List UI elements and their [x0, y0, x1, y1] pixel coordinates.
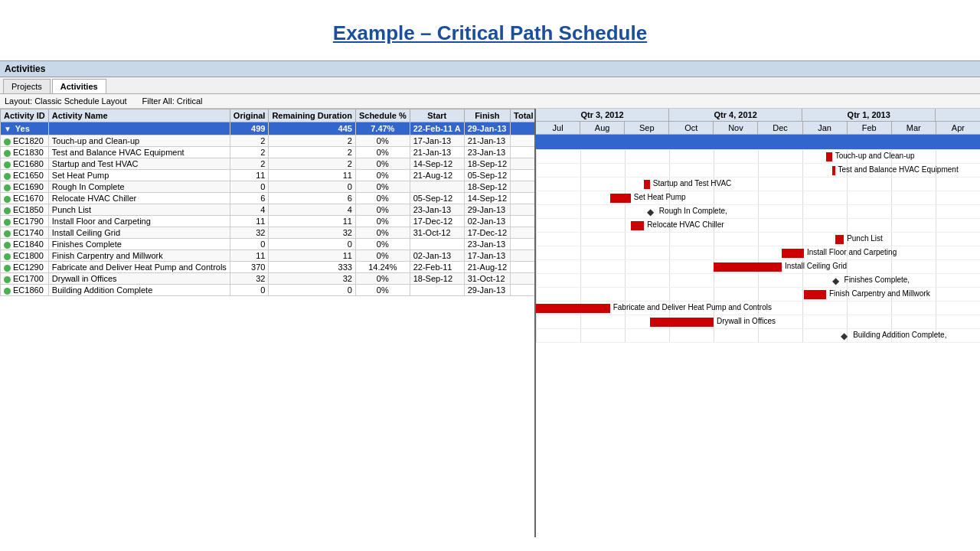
- cell-remaining: 0: [269, 181, 356, 193]
- col-original: Original: [230, 109, 269, 122]
- table-row[interactable]: ▼ Yes 499 445 7.47% 22-Feb-11 A 29-Jan-1…: [1, 122, 537, 135]
- qtr3-header: Qtr 3, 2012: [536, 109, 669, 121]
- table-row[interactable]: EC1850 Punch List 4 4 0% 23-Jan-13 29-Ja…: [1, 204, 537, 216]
- cell-float: 0: [511, 147, 536, 158]
- cell-start: 14-Sep-12: [410, 158, 464, 170]
- gantt-bar-label: Punch List: [847, 234, 883, 243]
- table-row[interactable]: EC1680 Startup and Test HVAC 2 2 0% 14-S…: [1, 158, 537, 170]
- table-row[interactable]: EC1800 Finish Carpentry and Millwork 11 …: [1, 250, 537, 262]
- gantt-bar-label: Fabricate and Deliver Heat Pump and Cont…: [613, 303, 772, 311]
- gantt-row: Startup and Test HVAC: [536, 178, 980, 191]
- gantt-bar: [610, 194, 631, 203]
- gantt-row: Touch-up and Clean-up: [536, 150, 980, 164]
- table-row[interactable]: EC1820 Touch-up and Clean-up 2 2 0% 17-J…: [1, 135, 537, 147]
- month-feb: Feb: [848, 122, 892, 134]
- table-row[interactable]: EC1740 Install Ceiling Grid 32 32 0% 31-…: [1, 227, 537, 239]
- gantt-bar: [714, 262, 782, 272]
- cell-name: Building Addition Complete: [48, 285, 230, 296]
- cell-name: Test and Balance HVAC Equipment: [48, 147, 230, 158]
- cell-schedule: 0%: [355, 135, 410, 147]
- status-dot: [4, 265, 11, 272]
- cell-start: 21-Aug-12: [410, 170, 464, 181]
- gantt-rows-container: 29-Jan-13, YesTouch-up and Clean-upTest …: [536, 135, 980, 343]
- cell-float: 0: [511, 273, 536, 285]
- cell-original: 2: [230, 147, 269, 158]
- gantt-row: Drywall in Offices: [536, 315, 980, 329]
- cell-finish: 29-Jan-13: [464, 285, 510, 296]
- cell-start: 17-Dec-12: [410, 216, 464, 227]
- cell-schedule: 0%: [355, 181, 410, 193]
- table-row[interactable]: EC1690 Rough In Complete 0 0 0% 18-Sep-1…: [1, 181, 537, 193]
- gantt-row: ◆Rough In Complete,: [536, 205, 980, 219]
- table-row[interactable]: EC1860 Building Addition Complete 0 0 0%…: [1, 285, 537, 296]
- cell-remaining: 11: [269, 216, 356, 227]
- page-title: Example – Critical Path Schedule: [0, 0, 980, 60]
- status-dot: [4, 150, 11, 157]
- cell-float: 0: [511, 227, 536, 239]
- gantt-bar-label: Set Heat Pump: [634, 193, 686, 201]
- cell-schedule: 14.24%: [355, 262, 410, 273]
- cell-name: Drywall in Offices: [48, 273, 230, 285]
- gantt-bar-label: Drywall in Offices: [717, 317, 776, 325]
- gantt-row: ◆Building Addition Complete,: [536, 329, 980, 343]
- cell-float: 0: [511, 158, 536, 170]
- month-sep: Sep: [625, 122, 669, 134]
- gantt-row: Punch List: [536, 233, 980, 246]
- right-gantt: Qtr 3, 2012 Qtr 4, 2012 Qtr 1, 2013 Jul …: [536, 109, 980, 537]
- cell-remaining: 11: [269, 170, 356, 181]
- cell-original: 4: [230, 204, 269, 216]
- tab-projects[interactable]: Projects: [3, 79, 51, 93]
- col-start: Start: [410, 109, 464, 122]
- table-row[interactable]: EC1790 Install Floor and Carpeting 11 11…: [1, 216, 537, 227]
- table-row[interactable]: EC1700 Drywall in Offices 32 32 0% 18-Se…: [1, 273, 537, 285]
- col-activity-name: Activity Name: [48, 109, 230, 122]
- cell-schedule: 0%: [355, 239, 410, 250]
- cell-name: Punch List: [48, 204, 230, 216]
- cell-original: 11: [230, 250, 269, 262]
- table-row[interactable]: EC1290 Fabricate and Deliver Heat Pump a…: [1, 262, 537, 273]
- cell-start: 05-Sep-12: [410, 193, 464, 204]
- table-row[interactable]: EC1650 Set Heat Pump 11 11 0% 21-Aug-12 …: [1, 170, 537, 181]
- cell-schedule: 0%: [355, 193, 410, 204]
- cell-id: EC1700: [1, 273, 49, 285]
- cell-schedule: 0%: [355, 170, 410, 181]
- cell-original: 2: [230, 158, 269, 170]
- cell-finish: 18-Sep-12: [464, 158, 510, 170]
- status-dot: [4, 288, 11, 295]
- cell-start: 23-Jan-13: [410, 204, 464, 216]
- gantt-bar-label: Test and Balance HVAC Equipment: [838, 165, 959, 174]
- cell-remaining: 11: [269, 250, 356, 262]
- cell-original: 32: [230, 227, 269, 239]
- gantt-bar-label: Finish Carpentry and Millwork: [829, 289, 930, 298]
- filter-row: Layout: Classic Schedule Layout Filter A…: [0, 94, 980, 109]
- cell-start: 22-Feb-11: [410, 262, 464, 273]
- month-mar: Mar: [892, 122, 936, 134]
- gantt-bar: [650, 318, 714, 327]
- cell-id: EC1830: [1, 147, 49, 158]
- tabs-row: Projects Activities: [0, 77, 980, 94]
- cell-remaining: 32: [269, 227, 356, 239]
- gantt-bar: [536, 304, 610, 313]
- cell-remaining: 2: [269, 158, 356, 170]
- cell-id: EC1670: [1, 193, 49, 204]
- cell-id: ▼ Yes: [1, 122, 49, 135]
- gantt-bar-label: Install Floor and Carpeting: [807, 248, 897, 256]
- status-dot: [4, 230, 11, 237]
- cell-id: EC1790: [1, 216, 49, 227]
- gantt-bar-label: Touch-up and Clean-up: [835, 152, 915, 160]
- cell-name: Relocate HVAC Chiller: [48, 193, 230, 204]
- collapse-icon[interactable]: ▼: [4, 125, 13, 133]
- cell-schedule: 0%: [355, 216, 410, 227]
- table-row[interactable]: EC1830 Test and Balance HVAC Equipment 2…: [1, 147, 537, 158]
- tab-activities[interactable]: Activities: [52, 79, 106, 93]
- cell-finish: 31-Oct-12: [464, 273, 510, 285]
- cell-float: 0: [511, 181, 536, 193]
- gantt-row: Install Floor and Carpeting: [536, 246, 980, 260]
- table-row[interactable]: EC1840 Finishes Complete 0 0 0% 23-Jan-1…: [1, 239, 537, 250]
- gantt-milestone-label: Building Addition Complete,: [853, 331, 946, 339]
- cell-id: EC1680: [1, 158, 49, 170]
- status-dot: [4, 184, 11, 191]
- table-row[interactable]: EC1670 Relocate HVAC Chiller 6 6 0% 05-S…: [1, 193, 537, 204]
- col-float: Total Float: [511, 109, 536, 122]
- cell-id: EC1800: [1, 250, 49, 262]
